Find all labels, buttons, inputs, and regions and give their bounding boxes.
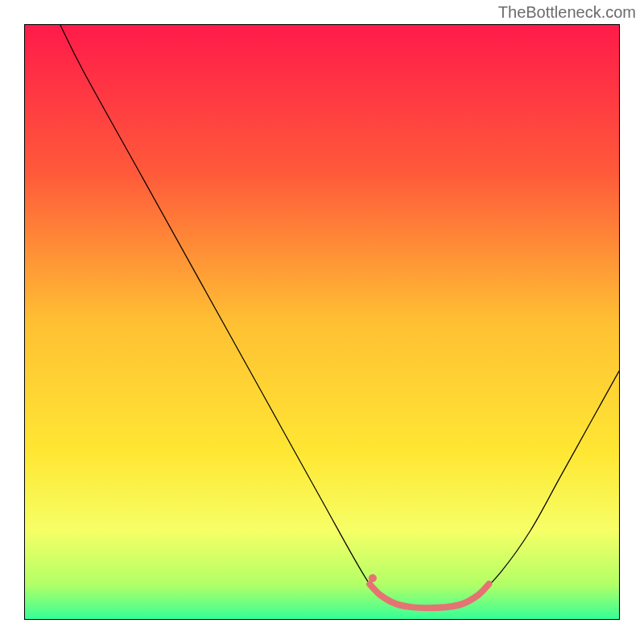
- chart-svg: [24, 24, 620, 620]
- highlight-marker: [369, 574, 377, 582]
- watermark-text: TheBottleneck.com: [498, 3, 636, 22]
- chart-area: [24, 24, 620, 620]
